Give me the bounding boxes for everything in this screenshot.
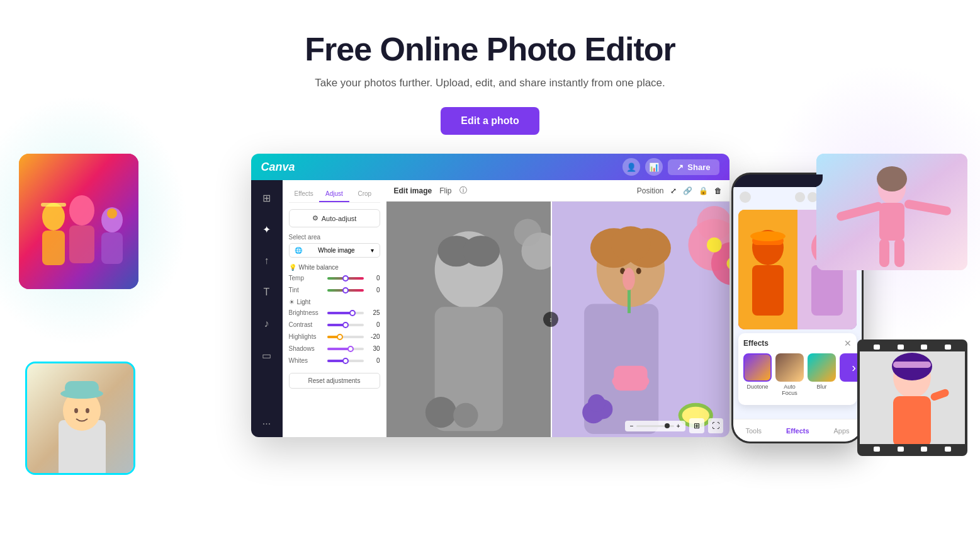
- film-hole-5: [874, 447, 880, 452]
- select-area-value: Whole image: [318, 247, 354, 254]
- svg-point-24: [453, 403, 478, 428]
- shadows-track[interactable]: [327, 348, 364, 350]
- brightness-slider-row: Brightness 25: [289, 309, 380, 316]
- svg-point-62: [877, 166, 907, 191]
- edit-image-toolbar[interactable]: Edit image: [394, 186, 432, 195]
- zoom-plus[interactable]: +: [677, 423, 680, 430]
- canvas-area: Edit image Flip ⓘ Position ⤢ 🔗 🔒 🗑: [386, 180, 729, 437]
- film-holes-top: [860, 342, 965, 351]
- reset-adjustments-button[interactable]: Reset adjustments: [289, 373, 380, 389]
- select-area-icon: 🌐: [295, 247, 302, 254]
- svg-point-22: [514, 219, 541, 246]
- svg-rect-7: [41, 203, 66, 207]
- tab-effects[interactable]: Effects: [289, 186, 319, 202]
- svg-rect-46: [614, 366, 647, 391]
- effect-duotone[interactable]: Duotone: [743, 353, 772, 396]
- highlights-track[interactable]: [327, 336, 364, 338]
- film-hole-1: [874, 345, 880, 350]
- phone-tab-tools[interactable]: Tools: [745, 427, 762, 435]
- svg-point-23: [425, 397, 456, 428]
- sidebar-upload-icon[interactable]: ↑: [257, 251, 277, 271]
- duotone-label: Duotone: [743, 384, 772, 390]
- sidebar-text-icon[interactable]: T: [257, 282, 277, 302]
- right-photos: [804, 154, 967, 494]
- svg-rect-4: [69, 225, 94, 263]
- hero-section: Free Online Photo Editor Take your photo…: [0, 0, 980, 147]
- editor-screenshot: Canva 👤 📊 ↗ Share ⊞ ✦ ↑ T ♪: [251, 154, 729, 437]
- left-photos: [19, 154, 164, 494]
- zoom-minus[interactable]: −: [630, 423, 634, 430]
- film-hole-7: [921, 447, 927, 452]
- canvas-bottom-bar: − + ⊞ ⛶: [625, 418, 723, 433]
- photo-left-half: [386, 202, 551, 437]
- toolbar-icon-4[interactable]: 🗑: [714, 186, 722, 195]
- svg-point-8: [107, 208, 117, 219]
- info-toolbar[interactable]: ⓘ: [459, 185, 467, 196]
- brightness-track[interactable]: [327, 312, 364, 314]
- photo-person-hat: [25, 362, 135, 475]
- left-photo-svg: [386, 202, 551, 437]
- toolbar-icon-3[interactable]: 🔒: [699, 186, 708, 195]
- canvas-divider: [551, 202, 552, 437]
- tint-track[interactable]: [327, 289, 364, 292]
- film-hole-2: [898, 345, 904, 350]
- auto-adjust-label: Auto-adjust: [322, 215, 357, 222]
- sidebar-elements-icon[interactable]: ✦: [257, 219, 277, 239]
- photo-dancer: [816, 154, 967, 270]
- whites-value: 0: [368, 357, 380, 364]
- share-icon: ↗: [677, 163, 684, 172]
- hero-subtitle: Take your photos further. Upload, edit, …: [0, 77, 980, 89]
- cta-button[interactable]: Edit a photo: [441, 107, 539, 135]
- select-area-label: Select area: [289, 234, 380, 241]
- wb-icon: 💡: [289, 264, 296, 271]
- phone-preview-left-svg: [738, 210, 797, 329]
- tab-adjust[interactable]: Adjust: [319, 186, 349, 202]
- whites-track[interactable]: [327, 360, 364, 362]
- canva-logo: Canva: [261, 161, 295, 174]
- whites-slider-row: Whites 0: [289, 357, 380, 364]
- toolbar-right: Position ⤢ 🔗 🔒 🗑: [637, 186, 722, 195]
- effect-autofocus[interactable]: Auto Focus: [775, 353, 804, 396]
- svg-point-1: [42, 203, 65, 231]
- toolbar-icon-1[interactable]: ⤢: [670, 186, 677, 195]
- sidebar-frame-icon[interactable]: ▭: [257, 345, 277, 365]
- duotone-thumb: [743, 353, 772, 382]
- contrast-slider-row: Contrast 0: [289, 321, 380, 328]
- phone-home-icon[interactable]: [740, 191, 751, 203]
- topbar-right: 👤 📊 ↗ Share: [622, 158, 719, 176]
- tab-crop-label: Crop: [358, 190, 371, 197]
- svg-rect-13: [65, 381, 99, 395]
- tab-crop[interactable]: Crop: [349, 186, 380, 202]
- white-balance-section: 💡 White balance: [289, 264, 380, 271]
- tint-label: Tint: [289, 287, 324, 294]
- shadows-label: Shadows: [289, 345, 324, 352]
- contrast-track[interactable]: [327, 324, 364, 326]
- svg-point-32: [636, 268, 641, 274]
- editor-main: ⊞ ✦ ↑ T ♪ ▭ ··· Effects: [251, 180, 729, 437]
- grid-icon[interactable]: ⊞: [689, 418, 704, 433]
- flip-toolbar[interactable]: Flip: [439, 186, 451, 195]
- photo-film-strip: [857, 339, 967, 456]
- dropdown-arrow-icon: ▾: [371, 247, 374, 254]
- tab-effects-label: Effects: [294, 190, 313, 197]
- auto-adjust-button[interactable]: ⚙ Auto-adjust: [289, 209, 380, 227]
- fullscreen-icon[interactable]: ⛶: [708, 418, 723, 433]
- temp-label: Temp: [289, 275, 324, 282]
- profile-icon[interactable]: 👤: [622, 158, 640, 176]
- sidebar-more-icon[interactable]: ···: [262, 418, 271, 430]
- share-button[interactable]: ↗ Share: [668, 159, 719, 175]
- film-holes-bottom: [860, 444, 965, 453]
- sidebar-layout-icon[interactable]: ⊞: [257, 188, 277, 208]
- temp-track[interactable]: [327, 277, 364, 280]
- dancer-image: [816, 154, 967, 270]
- brightness-label: Brightness: [289, 309, 324, 316]
- toolbar-icon-2[interactable]: 🔗: [683, 186, 692, 195]
- photo-right-half: [551, 202, 729, 437]
- film-content: [860, 351, 965, 444]
- position-toolbar[interactable]: Position: [637, 186, 664, 195]
- sidebar-music-icon[interactable]: ♪: [257, 314, 277, 334]
- select-area-dropdown[interactable]: 🌐 Whole image ▾: [289, 243, 380, 258]
- photo-friends: [19, 154, 138, 289]
- editor-topbar: Canva 👤 📊 ↗ Share: [251, 154, 729, 180]
- stats-icon[interactable]: 📊: [645, 158, 663, 176]
